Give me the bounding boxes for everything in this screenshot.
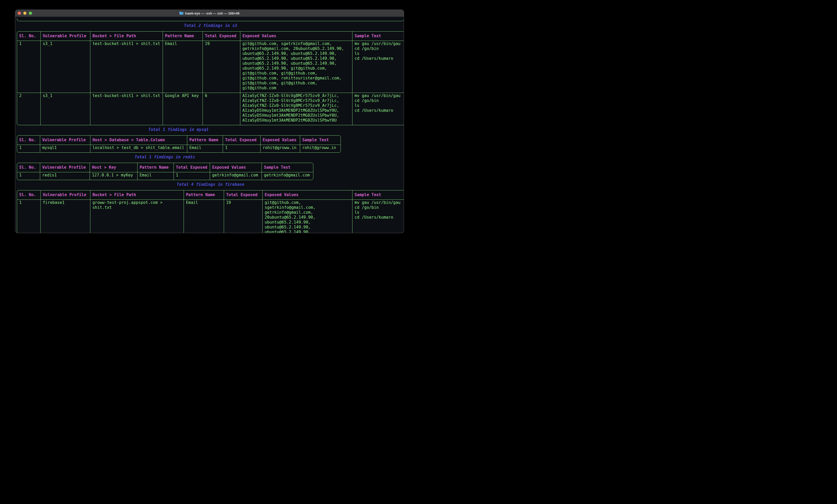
close-button[interactable]: [18, 12, 21, 15]
table-row: 1s3_1test-bucket-shit1 > shit.txtEmail19…: [17, 41, 404, 93]
previous-table-bottom-border: [17, 18, 404, 21]
table-cell: Email: [138, 172, 174, 180]
table-cell: Google API key: [163, 93, 203, 125]
table-cell: test-bucket-shit1 > shit.txt: [90, 93, 163, 125]
table-cell: getrkinfo@gmail.com: [262, 172, 313, 180]
column-header: Sl. No.: [17, 190, 41, 200]
findings-sections: Total 2 findings in s3 Sl. No.Vulnerable…: [17, 23, 402, 233]
titlebar[interactable]: hawk-eye — -zsh — zsh — 166×46: [15, 10, 404, 17]
table-cell: s3_1: [41, 41, 90, 93]
table-cell: git@github.com, sgetrkinfo@gmail.com, ge…: [240, 41, 353, 93]
column-header: Sample Text: [300, 135, 341, 145]
table-cell: 19: [224, 200, 263, 233]
findings-table-s3: Sl. No.Vulnerable ProfileBucket > File P…: [17, 31, 404, 125]
traffic-lights: [18, 10, 32, 17]
header-row: Sl. No.Vulnerable ProfileHost > KeyPatte…: [17, 163, 313, 172]
table-cell: s3_1: [41, 93, 90, 125]
table-cell: git@github.com, sgetrkinfo@gmail.com, ge…: [263, 200, 353, 233]
column-header: Sample Text: [353, 190, 404, 200]
column-header: Pattern Name: [163, 32, 203, 41]
table-cell: mv gau /usr/bin/gau cd /go/bin ls cd /Us…: [353, 200, 404, 233]
column-header: Total Exposed: [174, 163, 210, 172]
findings-table-mysql: Sl. No.Vulnerable ProfileHost > Database…: [17, 135, 341, 153]
table-row: 1firebase1groww-test-proj.appspot.com > …: [17, 200, 404, 233]
table-cell: firebase1: [41, 200, 90, 233]
table-cell: mv gau /usr/bin/gau cd /go/bin ls cd /Us…: [353, 93, 404, 125]
column-header: Pattern Name: [138, 163, 174, 172]
column-header: Sample Text: [353, 32, 404, 41]
table-cell: 19: [203, 41, 240, 93]
table-cell: 1: [174, 172, 210, 180]
column-header: Vulnerable Profile: [40, 135, 90, 145]
column-header: Bucket > File Path: [90, 190, 184, 200]
table-cell: 6: [203, 93, 240, 125]
column-header: Vulnerable Profile: [41, 190, 90, 200]
terminal-window: hawk-eye — -zsh — zsh — 166×46 Total 2 f…: [15, 10, 404, 233]
column-header: Sl. No.: [17, 135, 40, 145]
section-title-s3: Total 2 findings in s3: [17, 23, 404, 28]
column-header: Total Exposed: [224, 190, 263, 200]
column-header: Host > Database > Table.Column: [90, 135, 187, 145]
window-title-group: hawk-eye — -zsh — zsh — 166×46: [179, 12, 239, 15]
column-header: Host > Key: [90, 163, 138, 172]
table-cell: 1: [223, 145, 261, 152]
section-title-mysql: Total 1 findings in mysql: [17, 127, 340, 132]
findings-section-mysql: Total 1 findings in mysql Sl. No.Vulnera…: [17, 127, 402, 153]
column-header: Vulnerable Profile: [40, 163, 90, 172]
section-title-firebase: Total 4 findings in firebase: [17, 182, 404, 187]
section-title-redis: Total 1 findings in redis: [17, 155, 313, 160]
table-cell: Email: [187, 145, 223, 152]
table-cell: 1: [17, 41, 41, 93]
column-header: Exposed Values: [240, 32, 353, 41]
column-header: Exposed Values: [261, 135, 300, 145]
folder-icon: [179, 12, 183, 15]
column-header: Pattern Name: [187, 135, 223, 145]
findings-table-redis: Sl. No.Vulnerable ProfileHost > KeyPatte…: [17, 163, 313, 180]
table-cell: rohit@groww.in: [300, 145, 341, 152]
column-header: Sl. No.: [17, 32, 41, 41]
column-header: Total Exposed: [223, 135, 261, 145]
table-cell: getrkinfo@gmail.com: [210, 172, 262, 180]
header-row: Sl. No.Vulnerable ProfileBucket > File P…: [17, 32, 404, 41]
table-cell: mysql1: [40, 145, 90, 152]
column-header: Bucket > File Path: [90, 32, 163, 41]
column-header: Sample Text: [262, 163, 313, 172]
window-title: hawk-eye — -zsh — zsh — 166×46: [185, 12, 239, 15]
table-row: 1mysql1localhost > test_db > shit_table.…: [17, 145, 341, 152]
table-cell: localhost > test_db > shit_table.email: [90, 145, 187, 152]
column-header: Total Exposed: [203, 32, 240, 41]
table-row: 2s3_1test-bucket-shit1 > shit.txtGoogle …: [17, 93, 404, 125]
findings-section-firebase: Total 4 findings in firebase Sl. No.Vuln…: [17, 182, 402, 233]
column-header: Pattern Name: [184, 190, 224, 200]
findings-section-s3: Total 2 findings in s3 Sl. No.Vulnerable…: [17, 23, 402, 125]
header-row: Sl. No.Vulnerable ProfileHost > Database…: [17, 135, 341, 145]
findings-section-redis: Total 1 findings in redis Sl. No.Vulnera…: [17, 155, 402, 180]
table-cell: 1: [17, 172, 40, 180]
table-cell: AIzaSyCfNZ-IZx0-SlVcVg8MCr575zv9_Ar7jLc,…: [240, 93, 353, 125]
header-row: Sl. No.Vulnerable ProfileBucket > File P…: [17, 190, 404, 200]
column-header: Vulnerable Profile: [41, 32, 90, 41]
minimize-button[interactable]: [23, 12, 27, 15]
table-cell: rohit@groww.in: [261, 145, 300, 152]
table-cell: 127.0.0.1 > myKey: [90, 172, 138, 180]
terminal-content[interactable]: Total 2 findings in s3 Sl. No.Vulnerable…: [15, 17, 404, 233]
table-cell: mv gau /usr/bin/gau cd /go/bin ls cd /Us…: [353, 41, 404, 93]
table-cell: groww-test-proj.appspot.com > shit.txt: [90, 200, 184, 233]
table-row: 1redis1127.0.0.1 > myKeyEmail1getrkinfo@…: [17, 172, 313, 180]
column-header: Exposed Values: [263, 190, 353, 200]
table-cell: test-bucket-shit1 > shit.txt: [90, 41, 163, 93]
table-cell: 1: [17, 200, 41, 233]
table-cell: Email: [163, 41, 203, 93]
zoom-button[interactable]: [29, 12, 32, 15]
table-cell: 2: [17, 93, 41, 125]
table-cell: Email: [184, 200, 224, 233]
column-header: Sl. No.: [17, 163, 40, 172]
table-cell: 1: [17, 145, 40, 152]
table-cell: redis1: [40, 172, 90, 180]
findings-table-firebase: Sl. No.Vulnerable ProfileBucket > File P…: [17, 190, 404, 233]
column-header: Exposed Values: [210, 163, 262, 172]
